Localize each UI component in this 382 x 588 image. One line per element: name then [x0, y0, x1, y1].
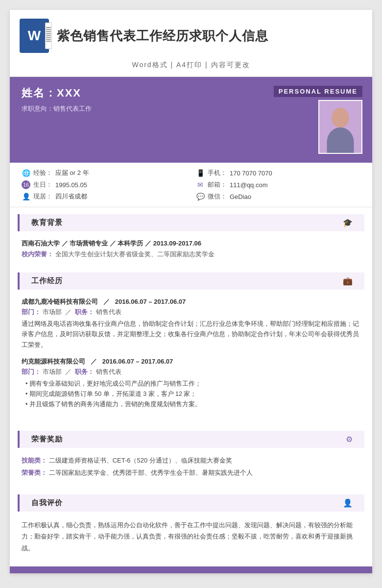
work-dept-2: 部门： 市场部 ／ 职务： 销售代表	[22, 368, 360, 376]
doc-subtitle: Word格式 | A4打印 | 内容可更改	[10, 58, 372, 77]
personal-resume-label: PERSONAL RESUME	[274, 86, 362, 97]
doc-lines-decoration	[45, 23, 52, 49]
doc-title: 紫色销售代表工作经历求职个人信息	[57, 27, 268, 45]
work-company-1: 成都九鹿冷链科技有限公司	[22, 298, 98, 305]
resume-name: 姓名：XXX	[22, 86, 92, 100]
edu-honor-text: 全国大学生创业计划大赛省级金奖、二等国家励志奖学金	[55, 250, 215, 258]
awards-section-title: 荣誉奖励	[31, 435, 63, 444]
work-icon: 💼	[343, 276, 353, 286]
word-icon: W	[20, 19, 49, 53]
resume-top-right: PERSONAL RESUME	[274, 86, 362, 154]
work-bullet-3: • 并且锻炼了销售的商务沟通能力，营销的角度规划销售方案。	[25, 399, 360, 410]
email-value: 111@qq.com	[230, 181, 268, 189]
info-wechat: 💬 微信： GeDiao	[196, 192, 360, 201]
birthday-value: 1995.05.05	[55, 181, 87, 189]
work-content: 成都九鹿冷链科技有限公司 ／ 2016.06.07 – 2017.06.07 部…	[10, 294, 372, 424]
basic-info-grid: 🌐 经验： 应届 or 2 年 📱 手机： 170 7070 7070 16 生…	[10, 163, 372, 207]
experience-value: 应届 or 2 年	[55, 169, 89, 177]
work-dept-label-2: 部门：	[22, 368, 41, 375]
selfeval-section-header: 自我评价 👤	[18, 494, 364, 512]
edu-main-line: 西南石油大学 ／ 市场营销专业 ／ 本科学历 ／ 2013.09-2017.06	[22, 239, 360, 248]
work-position-1: 销售代表	[96, 308, 121, 316]
location-icon: 👤	[22, 192, 30, 201]
education-section-title: 教育背景	[31, 218, 63, 227]
education-section-header: 教育背景 🎓	[18, 214, 364, 231]
experience-label: 经验：	[33, 169, 52, 177]
work-company-2: 约克能源科技有限公司	[22, 358, 85, 365]
work-pos-label-2: 职务：	[75, 368, 94, 375]
work-sep-dept-pos-2: ／	[63, 368, 75, 375]
info-experience: 🌐 经验： 应届 or 2 年	[22, 169, 186, 177]
self-eval-text: 工作积极认真，细心负责，熟练运用办公自动化软件，善于在工作中提出问题、发现问题、…	[22, 519, 360, 554]
info-birthday: 16 生日： 1995.05.05	[22, 180, 186, 189]
birthday-label: 生日：	[33, 180, 52, 189]
phone-icon: 📱	[196, 169, 205, 177]
awards-section-header: 荣誉奖励 ⚙	[18, 431, 364, 448]
selfeval-section-title: 自我评价	[31, 498, 63, 508]
work-pos-label-1: 职务：	[75, 308, 94, 316]
award-honor-line: 荣誉类： 二等国家励志奖学金、优秀团干部、优秀学生会干部、暑期实践先进个人	[22, 468, 360, 478]
wechat-value: GeDiao	[230, 193, 251, 200]
education-icon: 🎓	[343, 218, 353, 227]
work-item-2: 约克能源科技有限公司 ／ 2016.06.07 – 2017.06.07 部门：…	[22, 357, 360, 410]
work-desc-1: 通过网络及电话咨询收集各行业商户信息，协助制定合作计划；汇总行业总体竞争环境，帮…	[22, 319, 360, 350]
work-separator-1: ／	[100, 298, 115, 305]
doc-header: W 紫色销售代表工作经历求职个人信息	[10, 10, 372, 58]
self-eval-content: 工作积极认真，细心负责，熟练运用办公自动化软件，善于在工作中提出问题、发现问题、…	[10, 516, 372, 563]
work-title-2: 约克能源科技有限公司 ／ 2016.06.07 – 2017.06.07	[22, 357, 360, 366]
word-letter: W	[28, 29, 41, 43]
resume-intent: 求职意向：销售代表工作	[22, 104, 92, 113]
selfeval-icon: 👤	[343, 498, 353, 508]
resume-content: 姓名：XXX 求职意向：销售代表工作 PERSONAL RESUME 🌐 经验：…	[10, 77, 372, 573]
awards-icon: ⚙	[346, 435, 353, 444]
photo-box	[318, 100, 362, 154]
work-section-header: 工作经历 💼	[18, 272, 364, 290]
resume-top-header: 姓名：XXX 求职意向：销售代表工作 PERSONAL RESUME	[10, 77, 372, 163]
award-honor-label: 荣誉类：	[22, 469, 47, 476]
resume-bottom-bar	[10, 566, 372, 573]
edu-honor-line: 校内荣誉： 全国大学生创业计划大赛省级金奖、二等国家励志奖学金	[22, 250, 360, 259]
birthday-icon: 16	[22, 180, 30, 189]
email-icon: ✉	[196, 180, 205, 189]
work-dept-label-1: 部门：	[22, 308, 41, 316]
work-item-1: 成都九鹿冷链科技有限公司 ／ 2016.06.07 – 2017.06.07 部…	[22, 297, 360, 350]
work-dept-name-1: 市场部	[43, 308, 62, 316]
wechat-icon: 💬	[196, 192, 205, 201]
awards-content: 技能类： 二级建造师资格证书、CET-6（520 分通过）、临床技能大赛金奖 荣…	[10, 453, 372, 488]
resume-name-block: 姓名：XXX 求职意向：销售代表工作	[22, 86, 92, 154]
experience-icon: 🌐	[22, 169, 30, 177]
edu-honor-label: 校内荣誉：	[22, 250, 53, 258]
work-title-1: 成都九鹿冷链科技有限公司 ／ 2016.06.07 – 2017.06.07	[22, 297, 360, 306]
work-dept-name-2: 市场部	[43, 368, 62, 375]
work-section-title: 工作经历	[31, 276, 63, 286]
page-wrapper: W 紫色销售代表工作经历求职个人信息 Word格式 | A4打印 | 内容可更改…	[10, 10, 372, 573]
phone-value: 170 7070 7070	[230, 170, 272, 177]
award-honor-text: 二等国家励志奖学金、优秀团干部、优秀学生会干部、暑期实践先进个人	[49, 469, 253, 476]
work-separator-2: ／	[87, 358, 102, 365]
wechat-label: 微信：	[208, 192, 227, 201]
location-label: 现居：	[33, 192, 52, 201]
work-dept-1: 部门： 市场部 ／ 职务： 销售代表	[22, 308, 360, 317]
phone-label: 手机：	[208, 169, 227, 177]
photo-figure	[319, 100, 361, 153]
award-skill-text: 二级建造师资格证书、CET-6（520 分通过）、临床技能大赛金奖	[49, 457, 232, 464]
work-period-2: 2016.06.07 – 2017.06.07	[102, 358, 173, 365]
work-sep-dept-pos-1: ／	[63, 308, 75, 316]
work-bullets-2: • 拥有专业基础知识，更好地完成公司产品的推广与销售工作； • 期间完成能源销售…	[22, 379, 360, 410]
award-skill-line: 技能类： 二级建造师资格证书、CET-6（520 分通过）、临床技能大赛金奖	[22, 456, 360, 466]
info-location: 👤 现居： 四川省成都	[22, 192, 186, 201]
work-bullet-1: • 拥有专业基础知识，更好地完成公司产品的推广与销售工作；	[25, 379, 360, 389]
work-bullet-2: • 期间完成能源销售订单 50 单，开拓渠道 3 家，客户 12 家；	[25, 389, 360, 399]
email-label: 邮箱：	[208, 180, 227, 189]
info-phone: 📱 手机： 170 7070 7070	[196, 169, 360, 177]
work-position-2: 销售代表	[96, 368, 121, 375]
work-period-1: 2016.06.07 – 2017.06.07	[115, 298, 186, 305]
location-value: 四川省成都	[55, 192, 87, 201]
info-email: ✉ 邮箱： 111@qq.com	[196, 180, 360, 189]
education-content: 西南石油大学 ／ 市场营销专业 ／ 本科学历 ／ 2013.09-2017.06…	[10, 236, 372, 266]
award-skill-label: 技能类：	[22, 457, 47, 464]
